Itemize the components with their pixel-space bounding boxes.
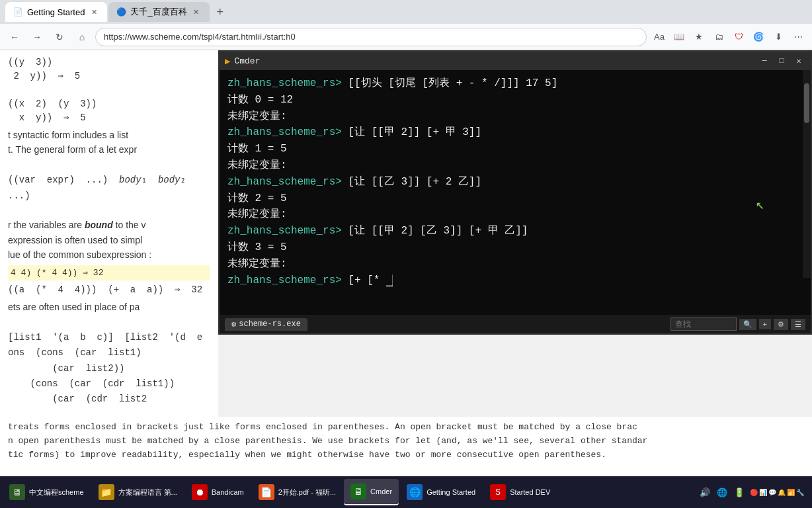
taskbar-icon-1: 🖥 [9,484,25,500]
bottom-text: treats forms enclosed in brackets just l… [8,422,647,460]
terminal-scrollbar[interactable] [803,70,811,278]
taskbar-item-bandicam[interactable]: ⏺ Bandicam [185,479,251,505]
download-icon[interactable]: ⬇ [770,28,787,46]
terminal-line-8: 计数 2 = 5 [227,190,803,207]
terminal-line-3: 未绑定变量: [227,108,803,125]
edge-icon[interactable]: 🌀 [750,28,767,46]
terminal-line-6: 未绑定变量: [227,157,803,174]
favorites-icon[interactable]: ★ [690,28,708,46]
terminal-line-5: 计数 1 = 5 [227,141,803,157]
tray-icon-1: 🔴 [750,489,758,496]
reader-icon[interactable]: 📖 [670,28,688,46]
taskbar-label-1: 中文编程scheme [29,487,84,497]
taskbar-item-dev[interactable]: S Started DEV [483,479,557,505]
terminal-line-10: zh_hans_scheme_rs> [让 [[甲 2] [乙 3]] [+ 甲… [227,223,803,239]
scheme-tab-icon: ⚙ [231,319,236,329]
tab-baidu[interactable]: 🔵 天千_百度百科 ✕ [108,2,209,22]
taskbar-network-icon[interactable]: 🌐 [715,486,729,499]
tab-title-2: 天千_百度百科 [130,6,186,18]
terminal-search-button[interactable]: 🔍 [739,319,756,330]
mouse-cursor: ↖ [756,196,764,214]
menu-icon[interactable]: ⋯ [790,28,807,46]
taskbar-tray-icons: 🔴 📊 💬 🔔 📶 🔧 [750,489,804,496]
terminal-settings-button[interactable]: ⚙ [774,319,788,330]
terminal-titlebar: ▶ Cmder ─ □ ✕ [220,52,811,70]
terminal-line-11: 计数 3 = 5 [227,239,803,256]
terminal-line-4: zh_hans_scheme_rs> [让 [[甲 2]] [+ 甲 3]] [227,124,803,141]
main-content: ((y 3)) 2 y)) ⇒ 5 ((x 2) (y 3)) x y)) ⇒ … [0,50,812,476]
terminal-line-9: 未绑定变量: [227,206,803,223]
terminal-statusbar: ⚙ scheme-rs.exe 🔍 + ⚙ ☰ [220,315,811,333]
back-button[interactable]: ← [5,28,24,46]
forward-button[interactable]: → [28,28,46,46]
terminal-title-icon: ▶ [225,56,230,67]
tray-icon-5: 📶 [787,489,795,496]
taskbar-label-6: Getting Started [426,488,475,496]
terminal-tab-scheme[interactable]: ⚙ scheme-rs.exe [225,318,307,331]
taskbar-tray-row1: 🔴 📊 💬 🔔 📶 🔧 [750,489,804,496]
taskbar-label-2: 方案编程语言 第... [118,487,177,497]
terminal-line-13: zh_hans_scheme_rs> [+ [* █ [227,273,803,289]
reload-button[interactable]: ↻ [50,28,69,46]
page-wrapper: 📄 Getting Started ✕ 🔵 天千_百度百科 ✕ + ← → ↻ … [0,0,812,508]
scheme-tab-label: scheme-rs.exe [239,319,301,329]
terminal-close-button[interactable]: ✕ [792,54,805,67]
tab-getting-started[interactable]: 📄 Getting Started ✕ [5,2,107,22]
url-text: https://www.scheme.com/tspl4/start.html#… [104,32,638,42]
translate-icon[interactable]: Aa [651,28,668,46]
taskbar-icon-4: 📄 [259,484,274,500]
extension-icon[interactable]: 🛡 [730,28,747,46]
terminal-scrollbar-thumb [804,83,809,123]
taskbar-right: 🔊 🌐 🔋 🔴 📊 💬 🔔 📶 🔧 [698,486,809,499]
text-block-2: ets are often used in place of pa [list1… [8,300,210,407]
taskbar: 🖥 中文编程scheme 📁 方案编程语言 第... ⏺ Bandicam 📄 … [0,476,812,508]
terminal-sidebar-button[interactable]: ☰ [791,319,805,330]
tab-close-2[interactable]: ✕ [191,7,202,17]
taskbar-icon-3: ⏺ [192,484,208,500]
taskbar-item-pdf[interactable]: 📄 2开始.pdf - 福昕... [252,479,343,505]
tray-icon-6: 🔧 [796,489,804,496]
taskbar-icon-2: 📁 [99,484,114,500]
toolbar-icons: Aa 📖 ★ 🗂 🛡 🌀 ⬇ ⋯ [651,28,807,46]
taskbar-item-cmder[interactable]: 🖥 Cmder [344,479,399,505]
address-bar: ← → ↻ ⌂ https://www.scheme.com/tspl4/sta… [0,24,812,50]
text-block-1: t syntactic form includes a list t. The … [8,128,210,263]
taskbar-icon-6: 🌐 [407,484,423,500]
browser-chrome: 📄 Getting Started ✕ 🔵 天千_百度百科 ✕ + ← → ↻ … [0,0,812,50]
tab-close-1[interactable]: ✕ [89,7,99,17]
terminal-maximize-button[interactable]: □ [775,54,788,67]
bottom-content: treats forms enclosed in brackets just l… [0,417,812,476]
page-content: ((y 3)) 2 y)) ⇒ 5 ((x 2) (y 3)) x y)) ⇒ … [0,50,218,476]
tray-icon-4: 🔔 [778,489,786,496]
tray-icon-3: 💬 [768,489,776,496]
terminal-add-button[interactable]: + [759,319,771,329]
terminal-line-12: 未绑定变量: [227,256,803,273]
terminal-window: ▶ Cmder ─ □ ✕ zh_hans_scheme_rs> [[切头 [切… [218,50,812,335]
terminal-body: zh_hans_scheme_rs> [[切头 [切尾 [列表 + - * /]… [220,70,811,315]
taskbar-icon-7: S [490,484,506,500]
new-tab-button[interactable]: + [211,3,229,21]
url-bar[interactable]: https://www.scheme.com/tspl4/start.html#… [95,28,647,46]
taskbar-item-chinese-scheme[interactable]: 🖥 中文编程scheme [3,479,91,505]
taskbar-label-3: Bandicam [212,488,244,496]
terminal-title-text: Cmder [234,56,754,66]
taskbar-label-4: 2开始.pdf - 福昕... [278,487,336,497]
taskbar-item-getting-started[interactable]: 🌐 Getting Started [400,479,482,505]
taskbar-label-5: Cmder [370,487,392,495]
taskbar-battery-icon[interactable]: 🔋 [733,486,746,499]
terminal-line-2: 计数 0 = 12 [227,92,803,108]
code-block-2: ((a (* 4 4))) (+ a a)) ⇒ 32 [8,283,210,297]
terminal-line-1: zh_hans_scheme_rs> [[切头 [切尾 [列表 + - * /]… [227,75,803,92]
home-button[interactable]: ⌂ [73,28,91,46]
taskbar-item-folder[interactable]: 📁 方案编程语言 第... [92,479,184,505]
collections-icon[interactable]: 🗂 [710,28,727,46]
terminal-minimize-button[interactable]: ─ [758,54,771,67]
tab-title-1: Getting Started [27,7,85,17]
taskbar-label-7: Started DEV [510,488,550,496]
highlight-code: 4 4) (* 4 4)) ⇒ 32 [8,265,210,281]
tab-favicon-1: 📄 [13,7,23,17]
terminal-search-input[interactable] [670,318,737,331]
tab-bar: 📄 Getting Started ✕ 🔵 天千_百度百科 ✕ + [0,0,812,24]
terminal-line-7: zh_hans_scheme_rs> [让 [[乙 3]] [+ 2 乙]] [227,174,803,190]
taskbar-sound-icon[interactable]: 🔊 [698,486,711,499]
